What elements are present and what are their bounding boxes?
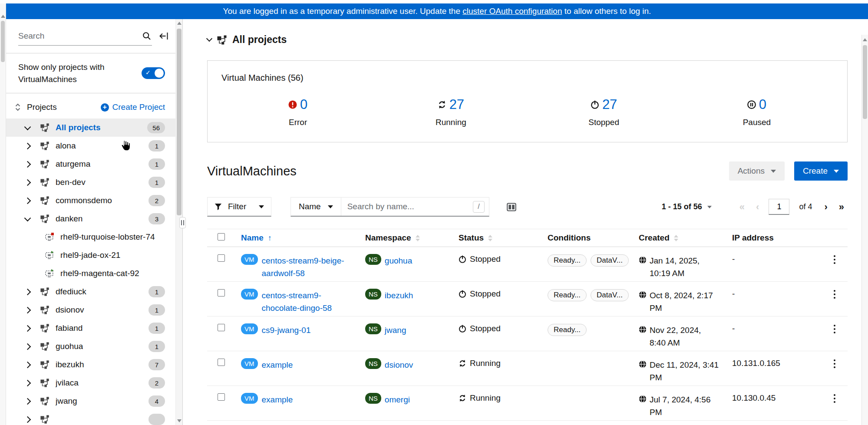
vm-filter-toggle[interactable]: ✓ xyxy=(142,67,165,79)
breadcrumb[interactable]: All projects xyxy=(207,34,848,46)
project-tree-item[interactable]: jwang 4 xyxy=(6,392,175,410)
condition-pill[interactable]: DataV... xyxy=(591,254,629,267)
filter-dropdown[interactable]: Filter xyxy=(207,197,271,217)
kebab-menu-icon[interactable] xyxy=(831,254,838,266)
column-header-ip-address[interactable]: IP address xyxy=(732,233,822,243)
actions-button[interactable]: Actions xyxy=(729,161,785,181)
window-scrollbar-right[interactable] xyxy=(861,35,868,425)
row-checkbox[interactable] xyxy=(218,289,225,297)
chevron-icon[interactable] xyxy=(22,381,33,385)
kebab-menu-icon[interactable] xyxy=(831,359,838,370)
column-header-namespace[interactable]: Namespace xyxy=(365,233,459,243)
condition-pill[interactable]: Ready... xyxy=(548,324,587,336)
create-project-link[interactable]: + Create Project xyxy=(101,102,165,112)
project-tree-item[interactable]: jvilaca 2 xyxy=(6,374,175,392)
select-all-checkbox[interactable] xyxy=(218,233,225,241)
scrollbar-thumb[interactable] xyxy=(863,45,867,119)
condition-pill[interactable]: Ready... xyxy=(548,289,587,301)
chevron-icon[interactable] xyxy=(22,217,33,221)
chevron-icon[interactable] xyxy=(22,162,33,167)
status-count-link[interactable]: 0 xyxy=(759,97,766,112)
namespace-link[interactable]: dsionov xyxy=(385,359,413,371)
condition-pill[interactable]: DataV... xyxy=(591,289,629,301)
window-scrollbar-left[interactable] xyxy=(0,3,6,425)
namespace-link[interactable]: guohua xyxy=(385,254,412,267)
project-tree-item[interactable]: rhel9-magenta-cat-92 xyxy=(6,264,175,283)
project-tree-item[interactable]: alona 1 xyxy=(6,137,175,155)
manage-columns-icon[interactable] xyxy=(506,202,517,212)
chevron-icon[interactable] xyxy=(22,144,33,148)
next-page-button[interactable]: › xyxy=(821,201,831,214)
namespace-link[interactable]: ibezukh xyxy=(385,289,413,302)
project-tree-item[interactable]: aturgema 1 xyxy=(6,155,175,173)
scroll-up-icon[interactable] xyxy=(863,38,867,41)
tree-item-icon xyxy=(40,159,50,169)
row-checkbox[interactable] xyxy=(218,324,225,331)
kebab-menu-icon[interactable] xyxy=(831,324,838,335)
chevron-down-icon[interactable] xyxy=(206,36,212,42)
project-search-input[interactable] xyxy=(18,31,142,41)
vm-name-link[interactable]: cs9-jwang-01 xyxy=(262,324,311,336)
search-icon[interactable] xyxy=(142,31,152,41)
status-count-link[interactable]: 0 xyxy=(300,97,307,112)
project-tree-item[interactable]: ibezukh 7 xyxy=(6,356,175,374)
row-checkbox[interactable] xyxy=(218,393,225,401)
chevron-icon[interactable] xyxy=(22,362,33,367)
sort-projects-icon[interactable] xyxy=(13,102,23,112)
scroll-up-icon[interactable] xyxy=(177,22,182,25)
project-tree-item[interactable]: fabiand 1 xyxy=(6,319,175,337)
previous-page-button[interactable]: ‹ xyxy=(752,201,762,214)
current-page-input[interactable] xyxy=(769,199,789,215)
project-tree-item[interactable]: dfediuck 1 xyxy=(6,283,175,301)
chevron-icon[interactable] xyxy=(22,417,33,422)
search-attribute-dropdown[interactable]: Name xyxy=(291,198,341,216)
project-tree-item[interactable] xyxy=(6,410,175,425)
chevron-icon[interactable] xyxy=(22,126,33,129)
pagination-range-dropdown[interactable]: 1 - 15 of 56 xyxy=(662,202,712,211)
project-tree-item[interactable]: rhel9-turquoise-lobster-74 xyxy=(6,228,175,246)
chevron-icon[interactable] xyxy=(22,290,33,294)
sidebar-resize-handle[interactable] xyxy=(179,217,186,228)
column-header-conditions[interactable]: Conditions xyxy=(548,233,639,243)
project-tree-item[interactable]: commonsdemo 2 xyxy=(6,191,175,210)
namespace-link[interactable]: omergi xyxy=(385,393,410,406)
vm-name-link[interactable]: example xyxy=(262,393,293,406)
column-header-created[interactable]: Created xyxy=(639,233,732,243)
kebab-menu-icon[interactable] xyxy=(831,289,838,300)
scrollbar-thumb[interactable] xyxy=(177,29,182,215)
globe-timestamp-icon xyxy=(639,326,647,333)
column-header-status[interactable]: Status xyxy=(459,233,548,243)
column-header-name[interactable]: Name ↑ xyxy=(235,233,365,243)
project-tree-item[interactable]: danken 3 xyxy=(6,210,175,228)
create-button[interactable]: Create xyxy=(794,161,848,181)
cluster-oauth-configuration-link[interactable]: cluster OAuth configuration xyxy=(462,7,562,16)
row-checkbox[interactable] xyxy=(218,359,225,366)
project-tree-item[interactable]: dsionov 1 xyxy=(6,301,175,319)
scroll-down-icon[interactable] xyxy=(177,419,182,422)
chevron-icon[interactable] xyxy=(22,344,33,349)
chevron-icon[interactable] xyxy=(22,308,33,313)
status-count-link[interactable]: 27 xyxy=(602,97,617,112)
row-checkbox[interactable] xyxy=(218,254,225,262)
scroll-up-icon[interactable] xyxy=(1,15,5,18)
scrollbar-thumb[interactable] xyxy=(1,21,5,62)
project-tree-item[interactable]: ben-dev 1 xyxy=(6,173,175,191)
vm-name-link[interactable]: centos-stream9-beige-aardwolf-58 xyxy=(262,254,353,280)
chevron-icon[interactable] xyxy=(22,326,33,331)
namespace-link[interactable]: jwang xyxy=(385,324,406,336)
last-page-button[interactable]: » xyxy=(835,201,848,214)
kebab-menu-icon[interactable] xyxy=(831,393,838,405)
condition-pill[interactable]: Ready... xyxy=(548,254,587,267)
vm-name-link[interactable]: centos-stream9-chocolate-dingo-58 xyxy=(262,289,353,315)
status-count-link[interactable]: 27 xyxy=(449,97,464,112)
chevron-icon[interactable] xyxy=(22,180,33,185)
project-tree-item[interactable]: rhel9-jade-ox-21 xyxy=(6,246,175,264)
vm-search-input[interactable] xyxy=(347,202,473,211)
chevron-icon[interactable] xyxy=(22,198,33,203)
project-tree-item[interactable]: guohua 1 xyxy=(6,337,175,356)
vm-name-link[interactable]: example xyxy=(262,359,293,371)
project-tree-item[interactable]: All projects 56 xyxy=(6,119,175,137)
first-page-button[interactable]: « xyxy=(736,201,748,214)
chevron-icon[interactable] xyxy=(22,399,33,404)
collapse-sidebar-icon[interactable] xyxy=(158,31,169,41)
